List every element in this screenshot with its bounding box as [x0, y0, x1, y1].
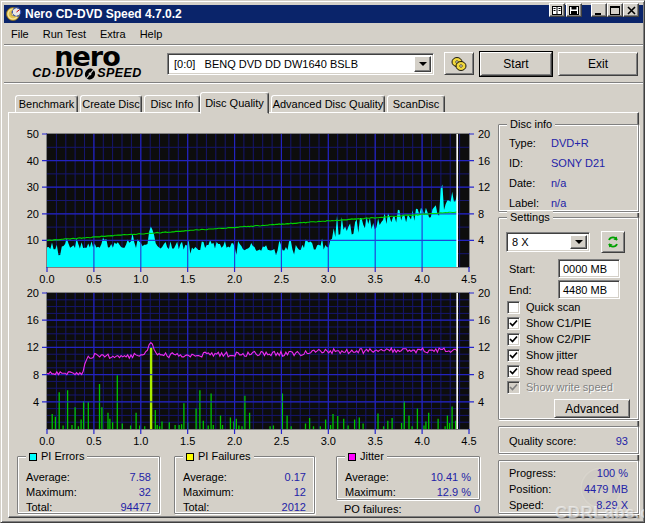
hand-icon — [450, 56, 468, 72]
checkbox-label[interactable]: Show C1/PIE — [526, 317, 591, 329]
svg-text:4: 4 — [478, 234, 484, 246]
svg-text:12: 12 — [478, 341, 490, 353]
checkbox-label[interactable]: Show jitter — [526, 349, 577, 361]
tab-advanced-disc-quality[interactable]: Advanced Disc Quality — [271, 95, 385, 113]
drive-select-dropdown-button[interactable] — [414, 56, 431, 72]
pi-errors-panel: PI Errors Average:7.58 Maximum:32 Total:… — [17, 456, 160, 514]
tab-benchmark[interactable]: Benchmark — [15, 95, 78, 113]
checkbox-label[interactable]: Show C2/PIF — [526, 333, 591, 345]
pi-failures-swatch — [186, 453, 194, 461]
svg-text:16: 16 — [27, 314, 39, 326]
svg-text:4.0: 4.0 — [414, 273, 429, 285]
disc-info-panel: Disc info Type:DVD+R ID:SONY D21 Date:n/… — [498, 124, 639, 212]
position-value: 4479 MB — [584, 483, 628, 495]
settings-title: Settings — [507, 211, 553, 223]
nero-logo-text: nero — [11, 46, 163, 67]
start-button[interactable]: Start — [480, 52, 552, 76]
maximize-icon — [610, 6, 620, 15]
svg-text:8: 8 — [33, 369, 39, 381]
exit-button[interactable]: Exit — [558, 52, 638, 76]
checkmark-icon — [509, 367, 518, 376]
quality-score-value: 93 — [616, 435, 628, 447]
floppy-icon — [569, 6, 579, 15]
pi-failures-average: 0.17 — [285, 471, 306, 483]
cdrlabs-watermark: CDRLabs.com — [555, 503, 645, 523]
checkbox-show-write-speed — [507, 381, 520, 394]
checkbox-show-c2-pif[interactable] — [507, 333, 520, 346]
menu-file[interactable]: File — [4, 26, 36, 43]
tab-scandisc[interactable]: ScanDisc — [387, 95, 445, 113]
jitter-panel: Jitter Average:10.41 % Maximum:12.9 % — [336, 456, 480, 500]
advanced-button[interactable]: Advanced — [554, 399, 630, 418]
end-field-label: End: — [509, 284, 532, 296]
tab-create-disc[interactable]: Create Disc — [80, 95, 142, 113]
checkbox-show-read-speed[interactable] — [507, 365, 520, 378]
svg-text:20: 20 — [478, 128, 490, 140]
svg-text:16: 16 — [478, 155, 490, 167]
scan-speed-dropdown-button[interactable] — [570, 235, 587, 249]
checkbox-label[interactable]: Quick scan — [526, 301, 580, 313]
svg-text:0.0: 0.0 — [39, 273, 54, 285]
drive-select[interactable]: [0:0] BENQ DVD DD DW1640 BSLB — [167, 53, 434, 75]
maximize-button[interactable] — [607, 3, 623, 17]
pi-errors-average: 7.58 — [130, 471, 151, 483]
drive-select-value: [0:0] BENQ DVD DD DW1640 BSLB — [174, 58, 358, 70]
disc-slash-icon — [84, 68, 96, 80]
svg-text:2.0: 2.0 — [227, 435, 242, 447]
disc-date: n/a — [551, 177, 566, 189]
svg-text:16: 16 — [478, 314, 490, 326]
nero-logo: nero CD·DVD SPEED — [11, 46, 163, 82]
svg-text:3.5: 3.5 — [368, 435, 383, 447]
start-field[interactable]: 0000 MB — [558, 259, 620, 278]
svg-text:3.0: 3.0 — [321, 273, 336, 285]
save-button[interactable] — [566, 3, 582, 17]
checkbox-label[interactable]: Show read speed — [526, 365, 612, 377]
nero-logo-subtext: CD·DVD SPEED — [11, 67, 163, 80]
eject-button[interactable] — [444, 52, 474, 75]
svg-text:20: 20 — [478, 287, 490, 299]
app-window: Nero CD-DVD Speed 4.7.0.2 File Run Test … — [0, 0, 645, 523]
chevron-down-icon — [575, 240, 583, 244]
window-title: Nero CD-DVD Speed 4.7.0.2 — [25, 7, 182, 21]
svg-text:2.5: 2.5 — [274, 435, 289, 447]
end-field[interactable]: 4480 MB — [558, 280, 620, 299]
svg-text:50: 50 — [27, 128, 39, 140]
book-icon — [552, 6, 562, 15]
jitter-title: Jitter — [345, 450, 387, 462]
menu-run-test[interactable]: Run Test — [36, 26, 93, 43]
minimize-button[interactable] — [591, 3, 607, 17]
checkbox-show-c1-pie[interactable] — [507, 317, 520, 330]
menu-help[interactable]: Help — [133, 26, 170, 43]
svg-text:8: 8 — [478, 208, 484, 220]
checkmark-icon — [509, 383, 518, 392]
scan-speed-select[interactable]: 8 X — [506, 232, 590, 252]
svg-text:0.0: 0.0 — [39, 435, 54, 447]
pi-failures-panel: PI Failures Average:0.17 Maximum:12 Tota… — [174, 456, 315, 514]
checkbox-quick-scan[interactable] — [507, 301, 520, 314]
pi-errors-total: 94477 — [120, 501, 151, 513]
menu-extra[interactable]: Extra — [93, 26, 133, 43]
refresh-button[interactable] — [601, 231, 625, 253]
disc-info-title: Disc info — [507, 118, 555, 130]
checkmark-icon — [509, 335, 518, 344]
results-button[interactable] — [549, 3, 565, 17]
jitter-maximum: 12.9 % — [437, 486, 471, 498]
checkbox-show-jitter[interactable] — [507, 349, 520, 362]
svg-text:4: 4 — [33, 396, 39, 408]
svg-text:12: 12 — [27, 341, 39, 353]
tab-disc-info[interactable]: Disc Info — [144, 95, 200, 113]
minimize-icon — [594, 6, 604, 15]
po-failures-value: 0 — [474, 503, 480, 515]
svg-text:10: 10 — [27, 234, 39, 246]
svg-text:1.5: 1.5 — [180, 435, 195, 447]
quality-score-panel: Quality score:93 — [498, 426, 639, 454]
scan-speed-value: 8 X — [512, 236, 529, 248]
disc-type: DVD+R — [551, 137, 589, 149]
title-bar[interactable]: Nero CD-DVD Speed 4.7.0.2 — [4, 5, 643, 23]
svg-text:4.5: 4.5 — [461, 435, 476, 447]
tab-disc-quality[interactable]: Disc Quality — [200, 92, 269, 114]
svg-text:20: 20 — [27, 287, 39, 299]
disc-label: n/a — [551, 197, 566, 209]
pi-failures-total: 2012 — [282, 501, 306, 513]
close-button[interactable] — [623, 3, 639, 17]
